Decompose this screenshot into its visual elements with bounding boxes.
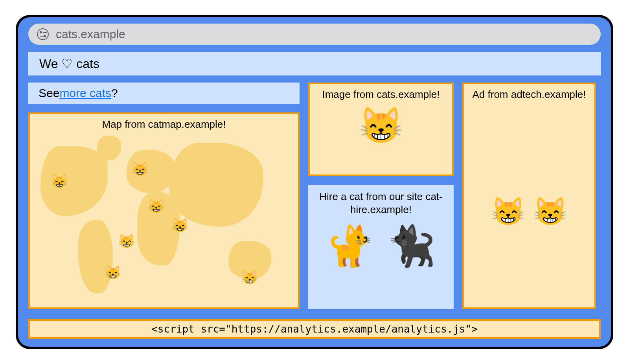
map-marker-cat-icon[interactable]: 😸 — [148, 198, 164, 214]
hire-panel[interactable]: Hire a cat from our site cat-hire.exampl… — [308, 185, 454, 309]
map-marker-cat-icon[interactable]: 😸 — [241, 270, 258, 285]
browser-window: cats.example We ♡ cats See more cats ? M… — [16, 15, 613, 349]
image-panel: Image from cats.example! 😸 — [308, 83, 454, 176]
map-marker-cat-icon[interactable]: 😸 — [172, 217, 188, 233]
address-bar[interactable]: cats.example — [28, 24, 601, 45]
analytics-script-text: <script src="https://analytics.example/a… — [151, 323, 478, 335]
site-settings-icon[interactable] — [37, 28, 49, 40]
see-more-bar: See more cats ? — [28, 83, 300, 104]
black-cat-icon: 🐈‍⬛ — [387, 223, 436, 269]
map-marker-cat-icon[interactable]: 😸 — [132, 161, 148, 177]
image-label: Image from cats.example! — [316, 84, 445, 103]
page-title-bar: We ♡ cats — [28, 52, 601, 75]
ad-cat-icon: 😸 — [491, 195, 525, 228]
address-url: cats.example — [56, 28, 125, 41]
cat-face-icon: 😸 — [359, 105, 403, 146]
map-marker-cat-icon[interactable]: 😸 — [118, 233, 135, 249]
ad-panel[interactable]: Ad from adtech.example! 😸 😸 — [462, 83, 596, 309]
see-more-prefix: See — [39, 86, 59, 100]
map-label: Map from catmap.example! — [96, 114, 231, 132]
orange-cat-icon: 🐈 — [326, 223, 375, 269]
page-title: We ♡ cats — [39, 56, 99, 71]
ad-label: Ad from adtech.example! — [467, 84, 591, 103]
map-panel: Map from catmap.example! 😸 😸 😸 😸 😸 😸 � — [28, 112, 300, 309]
world-map[interactable]: 😸 😸 😸 😸 😸 😸 😸 — [30, 132, 298, 308]
see-more-suffix: ? — [111, 86, 118, 100]
more-cats-link[interactable]: more cats — [59, 86, 111, 100]
content-grid: See more cats ? Map from catmap.example!… — [28, 83, 601, 312]
map-marker-cat-icon[interactable]: 😸 — [105, 265, 121, 280]
analytics-script-bar: <script src="https://analytics.example/a… — [28, 319, 601, 339]
hire-label: Hire a cat from our site cat-hire.exampl… — [310, 186, 452, 217]
ad-cat-icon: 😸 — [533, 195, 567, 228]
map-marker-cat-icon[interactable]: 😸 — [51, 173, 68, 189]
